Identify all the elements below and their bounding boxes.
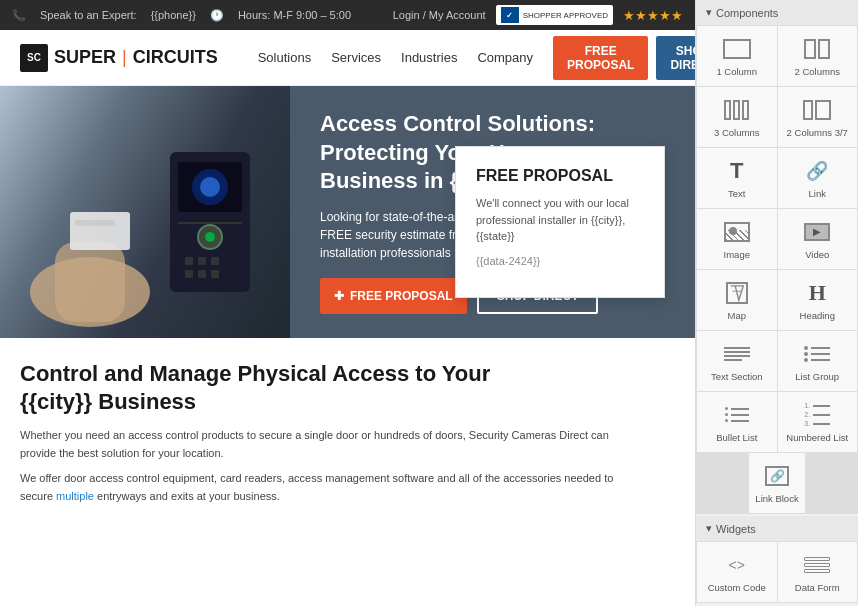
component-heading[interactable]: H Heading — [778, 270, 858, 330]
logo-pipe: | — [122, 47, 127, 68]
logo-suffix: CIRCUITS — [133, 47, 218, 68]
bullet-list-icon — [721, 403, 753, 427]
login-link[interactable]: Login / My Account — [393, 9, 486, 21]
svg-rect-3 — [75, 220, 115, 226]
sa-icon: ✓ — [501, 7, 519, 23]
widgets-section-header[interactable]: ▾ Widgets — [696, 516, 858, 541]
component-link[interactable]: 🔗 Link — [778, 148, 858, 208]
widget-data-form[interactable]: Data Form — [778, 542, 858, 602]
list-group-icon — [801, 342, 833, 366]
2-columns-label: 2 Columns — [795, 66, 840, 77]
nav-free-proposal-button[interactable]: FREE PROPOSAL — [553, 36, 648, 80]
right-panel: ▾ Components 1 Column 2 Columns 3 Column… — [695, 0, 858, 606]
3-columns-icon — [721, 98, 753, 122]
popup-title: FREE PROPOSAL — [476, 167, 644, 185]
2-columns-37-icon — [801, 98, 833, 122]
popup-text: We'll connect you with our local profess… — [476, 195, 644, 245]
phone-icon: 📞 — [12, 9, 26, 22]
component-text[interactable]: T Text — [697, 148, 777, 208]
custom-code-icon: <> — [721, 553, 753, 577]
nav-solutions[interactable]: Solutions — [258, 50, 311, 65]
data-form-icon — [801, 553, 833, 577]
video-icon — [801, 220, 833, 244]
top-bar: 📞 Speak to an Expert: {{phone}} 🕐 Hours:… — [0, 0, 695, 30]
popup-code: {{data-2424}} — [476, 253, 644, 270]
hero-image — [0, 86, 290, 338]
data-form-label: Data Form — [795, 582, 840, 593]
clock-icon: 🕐 — [210, 9, 224, 22]
link-block-icon: 🔗 — [761, 464, 793, 488]
highlight-text: multiple — [56, 490, 94, 502]
component-3-columns[interactable]: 3 Columns — [697, 87, 777, 147]
component-text-section[interactable]: Text Section — [697, 331, 777, 391]
link-label: Link — [809, 188, 826, 199]
component-list-group[interactable]: List Group — [778, 331, 858, 391]
widgets-arrow-icon: ▾ — [706, 522, 712, 535]
numbered-list-icon: 1. 2. 3. — [801, 403, 833, 427]
svg-rect-12 — [185, 270, 193, 278]
nav-company[interactable]: Company — [477, 50, 533, 65]
text-icon: T — [721, 159, 753, 183]
custom-code-label: Custom Code — [708, 582, 766, 593]
svg-point-7 — [205, 232, 215, 242]
nav-industries[interactable]: Industries — [401, 50, 457, 65]
hero-section: Access Control Solutions: Protecting You… — [0, 86, 695, 338]
body-heading: Control and Manage Physical Access to Yo… — [20, 360, 520, 417]
hero-free-proposal-button[interactable]: ✚ FREE PROPOSAL — [320, 278, 467, 314]
3-columns-label: 3 Columns — [714, 127, 759, 138]
2-columns-icon — [801, 37, 833, 61]
svg-rect-2 — [70, 212, 130, 250]
text-section-icon — [721, 342, 753, 366]
components-section-header[interactable]: ▾ Components — [696, 0, 858, 25]
free-proposal-popup: FREE PROPOSAL We'll connect you with our… — [455, 146, 665, 298]
component-2-columns-37[interactable]: 2 Columns 3/7 — [778, 87, 858, 147]
svg-rect-9 — [185, 257, 193, 265]
logo-sc-box: SC — [20, 44, 48, 72]
widgets-grid: <> Custom Code Data Form — [696, 541, 858, 603]
logo-brand: SUPER — [54, 47, 116, 68]
nav-shop-direct-button[interactable]: SHOP DIRECT — [656, 36, 695, 80]
component-2-columns[interactable]: 2 Columns — [778, 26, 858, 86]
heading-icon: H — [801, 281, 833, 305]
body-content: Control and Manage Physical Access to Yo… — [0, 338, 695, 606]
image-label: Image — [724, 249, 750, 260]
svg-rect-1 — [55, 242, 125, 322]
component-numbered-list[interactable]: 1. 2. 3. Numbered List — [778, 392, 858, 452]
phone-number: {{phone}} — [151, 9, 196, 21]
nav-services[interactable]: Services — [331, 50, 381, 65]
svg-rect-8 — [178, 222, 242, 224]
hero-free-label: FREE PROPOSAL — [350, 289, 453, 303]
widget-custom-code[interactable]: <> Custom Code — [697, 542, 777, 602]
text-section-label: Text Section — [711, 371, 763, 382]
nav-buttons: FREE PROPOSAL SHOP DIRECT — [553, 36, 695, 80]
body-para2: We offer door access control equipment, … — [20, 470, 640, 505]
list-group-label: List Group — [795, 371, 839, 382]
logo: SC SUPER | CIRCUITS — [20, 44, 218, 72]
body-para1: Whether you need an access control produ… — [20, 427, 640, 462]
1-column-icon — [721, 37, 753, 61]
components-grid: 1 Column 2 Columns 3 Columns 2 Columns 3… — [696, 25, 858, 514]
component-1-column[interactable]: 1 Column — [697, 26, 777, 86]
component-link-block[interactable]: 🔗 Link Block — [749, 453, 804, 513]
nav-bar: SC SUPER | CIRCUITS Solutions Services I… — [0, 30, 695, 86]
shopper-approved-badge: ✓ SHOPPER APPROVED — [496, 5, 613, 25]
link-icon: 🔗 — [801, 159, 833, 183]
map-icon — [721, 281, 753, 305]
component-image[interactable]: Image — [697, 209, 777, 269]
component-map[interactable]: Map — [697, 270, 777, 330]
speak-label: Speak to an Expert: — [40, 9, 137, 21]
components-label: Components — [716, 7, 778, 19]
hours-label: Hours: M-F 9:00 – 5:00 — [238, 9, 351, 21]
svg-rect-10 — [198, 257, 206, 265]
svg-rect-11 — [211, 257, 219, 265]
nav-links: Solutions Services Industries Company — [258, 50, 533, 65]
link-block-label: Link Block — [755, 493, 798, 504]
svg-rect-14 — [211, 270, 219, 278]
numbered-list-label: Numbered List — [786, 432, 848, 443]
bullet-list-label: Bullet List — [716, 432, 757, 443]
proposal-plus-icon: ✚ — [334, 289, 344, 303]
map-label: Map — [728, 310, 746, 321]
component-video[interactable]: Video — [778, 209, 858, 269]
image-icon — [721, 220, 753, 244]
component-bullet-list[interactable]: Bullet List — [697, 392, 777, 452]
